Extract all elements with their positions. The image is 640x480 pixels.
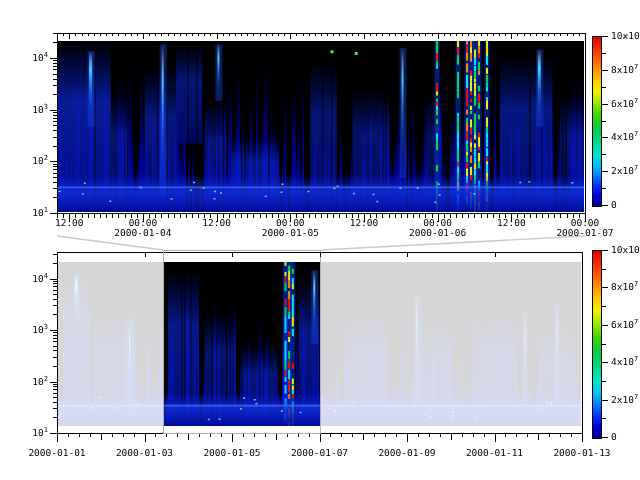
- y-minor-tick: [53, 290, 57, 291]
- x-minor-tick: [419, 214, 420, 218]
- x-minor-tick: [247, 214, 248, 218]
- y-major-tick: [50, 330, 57, 331]
- detail-colorbar: [592, 36, 602, 207]
- x-minor-tick-top: [284, 33, 285, 36]
- x-minor-tick: [468, 214, 469, 218]
- x-major-tick: [582, 434, 583, 442]
- x-minor-tick: [407, 214, 408, 218]
- y-minor-tick: [53, 94, 57, 95]
- y-minor-tick: [53, 69, 57, 70]
- colorbar-label: 4x107: [611, 357, 638, 367]
- x-minor-tick: [487, 214, 488, 218]
- y-minor-tick: [53, 125, 57, 126]
- x-tick-date-label: 2000-01-07: [556, 228, 613, 238]
- x-minor-tick: [327, 214, 328, 218]
- y-tick-label: 102: [14, 156, 48, 166]
- x-minor-tick-top: [499, 33, 500, 36]
- x-major-tick-top: [407, 252, 408, 257]
- x-minor-tick: [192, 214, 193, 218]
- x-subminor-tick: [265, 434, 266, 437]
- y-minor-tick: [53, 389, 57, 390]
- y-minor-tick: [53, 166, 57, 167]
- y-minor-tick: [53, 417, 57, 418]
- x-minor-tick: [462, 214, 463, 218]
- highlight-range-box[interactable]: [163, 250, 321, 434]
- x-subminor-tick: [484, 434, 485, 437]
- colorbar-tick: [602, 36, 608, 37]
- x-minor-tick-top: [530, 33, 531, 36]
- x-minor-tick: [389, 214, 390, 218]
- y-minor-tick: [53, 335, 57, 336]
- x-minor-tick: [395, 214, 396, 218]
- x-minor-tick: [276, 434, 277, 440]
- x-minor-tick-top: [481, 33, 482, 36]
- x-minor-tick: [168, 214, 169, 218]
- x-minor-tick: [401, 214, 402, 218]
- x-minor-tick-top: [321, 33, 322, 36]
- x-minor-tick: [241, 214, 242, 218]
- connector-line-right: [321, 236, 585, 250]
- x-minor-tick-top: [573, 33, 574, 36]
- colorbar-label: 0: [611, 200, 617, 210]
- connector-line-left: [57, 236, 163, 250]
- y-minor-tick: [53, 60, 57, 61]
- x-minor-tick-top: [346, 33, 347, 36]
- y-tick-label: 101: [14, 208, 48, 218]
- colorbar-tick: [602, 269, 606, 270]
- y-major-tick: [50, 279, 57, 280]
- y-minor-tick: [53, 408, 57, 409]
- x-minor-tick-top: [88, 33, 89, 36]
- x-minor-tick: [548, 214, 549, 218]
- x-minor-tick: [266, 214, 267, 218]
- x-minor-tick: [481, 214, 482, 218]
- x-minor-tick-top: [524, 33, 525, 36]
- x-tick-label: 12:00: [350, 218, 379, 228]
- y-major-tick: [50, 213, 57, 214]
- x-minor-tick: [413, 214, 414, 218]
- y-minor-tick: [53, 146, 57, 147]
- x-major-tick-top: [582, 252, 583, 257]
- x-minor-tick-top: [536, 33, 537, 36]
- x-minor-tick: [180, 214, 181, 218]
- x-major-tick: [407, 434, 408, 442]
- detail-heatmap[interactable]: [58, 41, 584, 212]
- x-major-tick-top: [495, 252, 496, 257]
- x-minor-tick-top: [333, 33, 334, 36]
- colorbar-label: 2x107: [611, 166, 638, 176]
- x-minor-tick: [88, 214, 89, 218]
- y-minor-tick: [53, 137, 57, 138]
- x-minor-tick-top: [401, 33, 402, 36]
- y-major-tick: [50, 110, 57, 111]
- x-subminor-tick: [418, 434, 419, 437]
- x-subminor-tick: [374, 434, 375, 437]
- x-minor-tick: [253, 214, 254, 218]
- x-minor-tick-top: [198, 33, 199, 36]
- x-minor-tick-top: [468, 33, 469, 36]
- x-minor-tick-top: [579, 33, 580, 36]
- x-tick-label: 12:00: [497, 218, 526, 228]
- x-minor-tick-top: [210, 33, 211, 36]
- x-major-tick-top: [438, 33, 439, 39]
- y-minor-tick: [53, 118, 57, 119]
- y-minor-tick: [53, 397, 57, 398]
- x-major-tick-top: [320, 252, 321, 257]
- x-major-tick-top: [511, 33, 512, 39]
- x-subminor-tick: [177, 434, 178, 437]
- x-subminor-tick: [429, 434, 430, 437]
- y-minor-tick: [53, 305, 57, 306]
- x-minor-tick-top: [223, 33, 224, 36]
- x-minor-tick-top: [493, 33, 494, 36]
- x-minor-tick-top: [542, 33, 543, 36]
- x-minor-tick-top: [278, 33, 279, 36]
- x-subminor-tick: [210, 434, 211, 437]
- x-tick-label: 2000-01-05: [203, 448, 260, 458]
- x-minor-tick: [554, 214, 555, 218]
- x-minor-tick-top: [370, 33, 371, 36]
- x-minor-tick: [272, 214, 273, 218]
- colorbar-label: 2x107: [611, 395, 638, 405]
- x-major-tick: [232, 434, 233, 442]
- x-minor-tick-top: [100, 33, 101, 36]
- x-minor-tick: [567, 214, 568, 218]
- x-minor-tick-top: [137, 33, 138, 36]
- x-major-tick: [320, 434, 321, 442]
